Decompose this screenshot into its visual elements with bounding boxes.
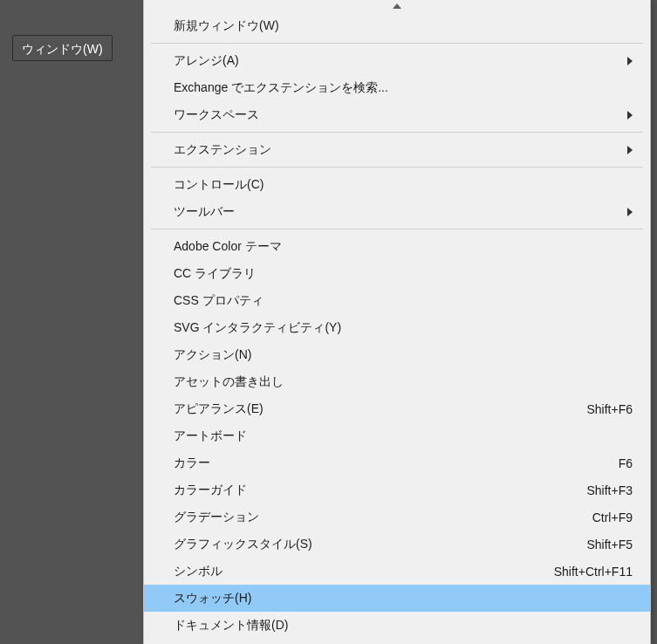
menu-item-label: CC ライブラリ [174,266,633,282]
menu-separator [151,132,643,133]
menu-item[interactable]: アクション(N) [144,341,650,368]
menu-item[interactable]: スウォッチ(H) [144,585,650,612]
menu-item-label: グラフィックスタイル(S) [174,537,576,552]
menu-item-shortcut: Ctrl+F9 [592,510,633,524]
window-dropdown-menu: 新規ウィンドウ(W)アレンジ(A)Exchange でエクステンションを検索..… [143,0,651,644]
menu-item-shortcut: Shift+F3 [586,483,633,497]
menu-item[interactable]: アートボード [144,422,650,449]
scroll-up-arrow[interactable] [144,0,650,12]
menu-item-label: アピアランス(E) [174,401,576,417]
menu-item-label: カラーガイド [174,483,576,498]
menu-item-label: ツールバー [174,204,620,220]
menu-item[interactable]: コントロール(C) [144,171,650,198]
menu-separator [151,43,643,44]
menu-item-shortcut: Shift+F5 [586,538,633,552]
menu-item[interactable]: CC ライブラリ [144,260,650,287]
menu-item[interactable]: アピアランス(E)Shift+F6 [144,395,650,422]
menu-item-label: グラデーション [174,510,582,525]
menu-separator [151,167,643,168]
menu-item[interactable]: ワークスペース [144,101,650,128]
menu-item-label: アートボード [174,428,633,444]
menu-item-label: Exchange でエクステンションを検索... [174,80,633,96]
menu-item[interactable]: カラーF6 [144,449,650,476]
menu-item[interactable]: シンボルShift+Ctrl+F11 [144,558,650,585]
menu-item-label: スウォッチ(H) [174,591,633,606]
menu-item-shortcut: Shift+F6 [586,402,633,416]
chevron-right-icon [620,54,633,68]
menu-item[interactable]: Adobe Color テーマ [144,233,650,260]
menu-item[interactable]: Exchange でエクステンションを検索... [144,74,650,101]
menu-item[interactable]: アレンジ(A) [144,47,650,74]
menu-item-label: コントロール(C) [174,177,633,193]
menubar-item-label: ウィンドウ(W) [22,42,103,56]
menu-item-label: ワークスペース [174,107,620,123]
menu-item-shortcut: F6 [619,456,633,470]
chevron-right-icon [620,108,633,122]
menu-item-label: アレンジ(A) [174,53,620,69]
menu-item[interactable]: 新規ウィンドウ(W) [144,12,650,39]
menu-item[interactable]: グラデーションCtrl+F9 [144,504,650,531]
menu-item[interactable]: カラーガイドShift+F3 [144,476,650,504]
menu-item-label: アクション(N) [174,347,633,363]
menu-item-label: カラー [174,456,608,471]
menubar-item-window[interactable]: ウィンドウ(W) [12,35,113,61]
menu-item-label: 新規ウィンドウ(W) [174,18,633,34]
menu-item[interactable]: アセットの書き出し [144,368,650,395]
chevron-right-icon [620,143,633,157]
chevron-right-icon [620,205,633,219]
menu-separator [151,229,643,230]
menu-item[interactable]: CSS プロパティ [144,287,650,314]
menu-item-label: CSS プロパティ [174,293,633,309]
menu-item[interactable]: ドキュメント情報(D) [144,612,650,639]
menu-item[interactable]: エクステンション [144,136,650,163]
menu-item[interactable]: ツールバー [144,198,650,225]
menu-item-label: エクステンション [174,142,620,158]
menu-item-label: ドキュメント情報(D) [174,618,633,634]
menu-item-label: シンボル [174,564,544,579]
menu-item-label: アセットの書き出し [174,374,633,390]
menu-item-shortcut: Shift+Ctrl+F11 [554,565,633,579]
triangle-up-icon [393,3,401,9]
menu-item[interactable]: SVG インタラクティビティ(Y) [144,314,650,341]
menu-item-label: Adobe Color テーマ [174,239,633,255]
menu-list: 新規ウィンドウ(W)アレンジ(A)Exchange でエクステンションを検索..… [144,12,650,639]
menu-item-label: SVG インタラクティビティ(Y) [174,320,633,336]
menu-item[interactable]: グラフィックスタイル(S)Shift+F5 [144,531,650,558]
